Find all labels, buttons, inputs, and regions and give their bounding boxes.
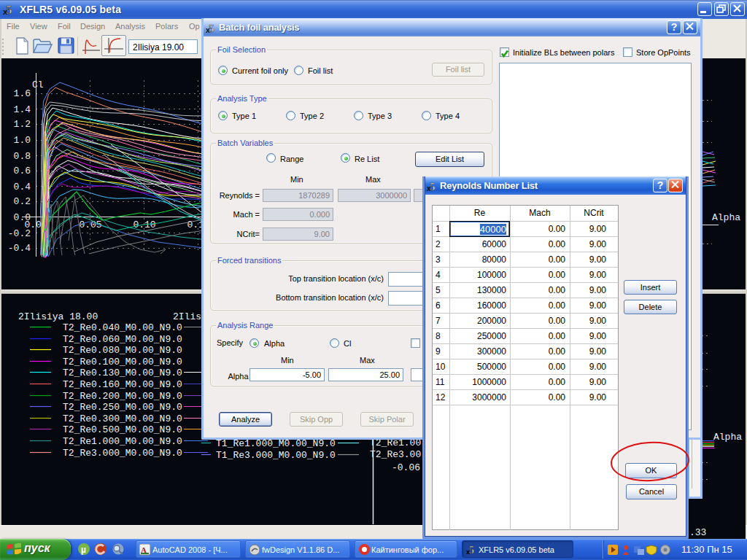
svg-text:T2_Re1.000_M0.00_N9.0: T2_Re1.000_M0.00_N9.0 <box>63 436 182 447</box>
svg-text:-0.06: -0.06 <box>392 462 420 473</box>
svg-text:T2_Re0.040_M0.00_N9.0: T2_Re0.040_M0.00_N9.0 <box>63 322 182 333</box>
svg-text:T2_Re3.00: T2_Re3.00 <box>370 449 421 460</box>
svg-text:Alpha: Alpha <box>713 432 742 443</box>
svg-text:T2_Re0.080_M0.00_N9.0: T2_Re0.080_M0.00_N9.0 <box>63 345 182 356</box>
svg-text:T1_Re3.000_M0.00_N9.0: T1_Re3.000_M0.00_N9.0 <box>216 450 336 461</box>
svg-text:1.0: 1.0 <box>14 135 31 146</box>
svg-text:T2_Re0.060_M0.00_N9.0: T2_Re0.060_M0.00_N9.0 <box>63 334 182 345</box>
svg-text:0.4: 0.4 <box>14 182 31 192</box>
svg-text:0.8: 0.8 <box>14 151 31 162</box>
svg-text:T2_Re0.130_M0.00_N9.0: T2_Re0.130_M0.00_N9.0 <box>63 368 182 378</box>
svg-text:T2_Re0.200_M0.00_N9.0: T2_Re0.200_M0.00_N9.0 <box>63 391 182 402</box>
svg-text:-0.4: -0.4 <box>8 243 31 254</box>
svg-text:T2_Re0.300_M0.00_N9.0: T2_Re0.300_M0.00_N9.0 <box>63 413 182 424</box>
svg-text:1.6: 1.6 <box>14 88 31 99</box>
svg-text:x: x <box>3 7 8 16</box>
svg-text:5: 5 <box>469 545 474 556</box>
svg-text:0.2: 0.2 <box>14 196 31 207</box>
svg-text:1.4: 1.4 <box>14 104 31 115</box>
svg-text:0.6: 0.6 <box>14 166 31 176</box>
svg-text:T2_Re0.500_M0.00_N9.0: T2_Re0.500_M0.00_N9.0 <box>63 424 182 435</box>
svg-text:Alpha: Alpha <box>712 212 740 223</box>
svg-text:T2_Re0.160_M0.00_N9.0: T2_Re0.160_M0.00_N9.0 <box>63 379 182 390</box>
svg-text:Cl: Cl <box>32 79 44 90</box>
svg-text:1.2: 1.2 <box>14 119 31 130</box>
svg-text:x: x <box>466 548 470 556</box>
svg-text:2Ilisiya 18.00: 2Ilisiya 18.00 <box>18 311 98 322</box>
svg-text:T2_Re3.000_M0.00_N9.0: T2_Re3.000_M0.00_N9.0 <box>63 448 182 459</box>
svg-text:T2_Re0.250_M0.00_N9.0: T2_Re0.250_M0.00_N9.0 <box>63 402 182 413</box>
svg-text:T1_Re1.000_M0.00_N9.0: T1_Re1.000_M0.00_N9.0 <box>216 438 336 449</box>
svg-text:T2_Re0.100_M0.00_N9.0: T2_Re0.100_M0.00_N9.0 <box>63 357 182 368</box>
svg-text:0.10: 0.10 <box>133 219 155 230</box>
svg-text:µ: µ <box>81 545 86 555</box>
